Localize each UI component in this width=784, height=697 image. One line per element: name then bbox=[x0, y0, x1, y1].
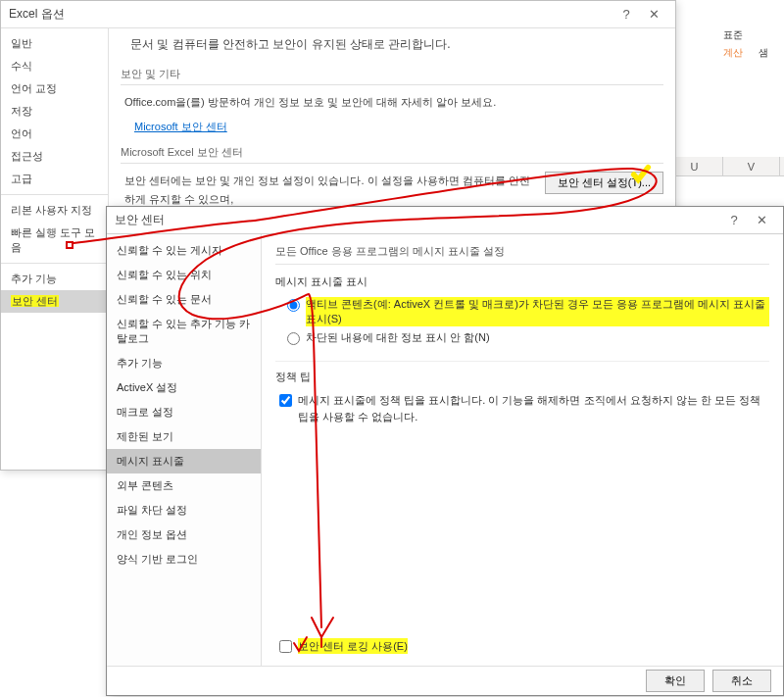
trust-nav: 신뢰할 수 있는 게시자 신뢰할 수 있는 위치 신뢰할 수 있는 문서 신뢰할… bbox=[107, 234, 262, 666]
nav-general[interactable]: 일반 bbox=[1, 32, 108, 55]
tnav-message-bar[interactable]: 메시지 표시줄 bbox=[107, 449, 261, 473]
radio-hide-msgbar-input[interactable] bbox=[287, 332, 300, 345]
trust-desc-1: 보안 센터에는 보안 및 개인 정보 설정이 있습니다. 이 설정을 사용하면 … bbox=[124, 174, 530, 205]
nav-accessibility[interactable]: 접근성 bbox=[1, 145, 108, 168]
options-nav: 일반 수식 언어 교정 저장 언어 접근성 고급 리본 사용자 지정 빠른 실행… bbox=[1, 28, 109, 470]
radio-show-msgbar[interactable]: 액티브 콘텐츠(예: ActiveX 컨트롤 및 매크로)가 차단된 경우 모든… bbox=[275, 295, 769, 328]
radio-hide-msgbar-label: 차단된 내용에 대한 정보 표시 안 함(N) bbox=[306, 330, 490, 345]
trust-help-button[interactable]: ? bbox=[720, 213, 748, 227]
tnav-macro[interactable]: 매크로 설정 bbox=[107, 400, 261, 424]
style-calc: 계산 bbox=[717, 45, 749, 61]
close-button[interactable]: ✕ bbox=[640, 7, 667, 22]
tnav-publishers[interactable]: 신뢰할 수 있는 게시자 bbox=[107, 238, 261, 263]
pane-header: 모든 Office 응용 프로그램의 메시지 표시줄 설정 bbox=[275, 244, 769, 265]
options-title: Excel 옵션 bbox=[9, 6, 612, 23]
sub-header-msgbar: 메시지 표시줄 표시 bbox=[275, 274, 769, 289]
excel-grid: U V bbox=[666, 157, 784, 176]
link-ms-trust[interactable]: Microsoft 보안 센터 bbox=[134, 121, 227, 132]
trust-footer: 확인 취소 bbox=[107, 666, 783, 695]
shield-text: 문서 및 컴퓨터를 안전하고 보안이 유지된 상태로 관리합니다. bbox=[130, 36, 451, 53]
excel-col-headers: U V bbox=[666, 157, 784, 176]
check-policy-tip[interactable]: 메시지 표시줄에 정책 팁을 표시합니다. 이 기능을 해제하면 조직에서 요청… bbox=[275, 390, 769, 426]
radio-hide-msgbar[interactable]: 차단된 내용에 대한 정보 표시 안 함(N) bbox=[275, 328, 769, 347]
nav-qat[interactable]: 빠른 실행 도구 모음 bbox=[1, 222, 108, 259]
tnav-fileblock[interactable]: 파일 차단 설정 bbox=[107, 498, 261, 523]
trust-close-button[interactable]: ✕ bbox=[748, 213, 775, 227]
help-button[interactable]: ? bbox=[612, 7, 640, 22]
radio-show-msgbar-label: 액티브 콘텐츠(예: ActiveX 컨트롤 및 매크로)가 차단된 경우 모든… bbox=[306, 297, 769, 326]
tnav-formlogin[interactable]: 양식 기반 로그인 bbox=[107, 547, 261, 572]
check-logging-label: 보안 센터 로깅 사용(E) bbox=[298, 638, 408, 655]
ok-button[interactable]: 확인 bbox=[646, 670, 705, 692]
trust-pane: 모든 Office 응용 프로그램의 메시지 표시줄 설정 메시지 표시줄 표시… bbox=[262, 234, 783, 666]
radio-show-msgbar-input[interactable] bbox=[287, 299, 300, 312]
tnav-external[interactable]: 외부 콘텐츠 bbox=[107, 473, 261, 498]
excel-styles: 표준 계산 샘 bbox=[717, 27, 774, 63]
section-security-body: Office.com을(를) 방문하여 개인 정보 보호 및 보안에 대해 자세… bbox=[124, 93, 663, 112]
section-security: 보안 및 기타 bbox=[121, 67, 663, 85]
nav-addins[interactable]: 추가 기능 bbox=[1, 268, 108, 290]
trust-center-dialog: 보안 센터 ? ✕ 신뢰할 수 있는 게시자 신뢰할 수 있는 위치 신뢰할 수… bbox=[106, 206, 784, 696]
cancel-button[interactable]: 취소 bbox=[712, 670, 771, 692]
section-excel-trust: Microsoft Excel 보안 센터 bbox=[121, 145, 663, 164]
tnav-docs[interactable]: 신뢰할 수 있는 문서 bbox=[107, 287, 261, 312]
nav-formulas[interactable]: 수식 bbox=[1, 55, 108, 77]
nav-save[interactable]: 저장 bbox=[1, 100, 108, 123]
style-standard: 표준 bbox=[717, 27, 749, 43]
tnav-locations[interactable]: 신뢰할 수 있는 위치 bbox=[107, 263, 261, 287]
tnav-addins[interactable]: 추가 기능 bbox=[107, 351, 261, 375]
tnav-activex[interactable]: ActiveX 설정 bbox=[107, 375, 261, 400]
options-titlebar: Excel 옵션 ? ✕ bbox=[1, 1, 675, 28]
trust-title: 보안 센터 bbox=[115, 212, 720, 228]
check-logging[interactable]: 보안 센터 로깅 사용(E) bbox=[275, 636, 408, 657]
check-logging-input[interactable] bbox=[279, 640, 292, 653]
nav-language[interactable]: 언어 bbox=[1, 123, 108, 145]
nav-ribbon[interactable]: 리본 사용자 지정 bbox=[1, 199, 108, 222]
tnav-privacy[interactable]: 개인 정보 옵션 bbox=[107, 523, 261, 547]
tnav-protected[interactable]: 제한된 보기 bbox=[107, 424, 261, 449]
trust-titlebar: 보안 센터 ? ✕ bbox=[107, 207, 783, 234]
tnav-catalogs[interactable]: 신뢰할 수 있는 추가 기능 카탈로그 bbox=[107, 312, 261, 351]
nav-advanced[interactable]: 고급 bbox=[1, 168, 108, 190]
check-policy-tip-label: 메시지 표시줄에 정책 팁을 표시합니다. 이 기능을 해제하면 조직에서 요청… bbox=[298, 392, 769, 424]
trust-center-settings-button[interactable]: 보안 센터 설정(T)... bbox=[545, 172, 663, 194]
nav-trust-center[interactable]: 보안 센터 bbox=[1, 290, 108, 313]
style-sample: 샘 bbox=[753, 45, 774, 61]
nav-proofing[interactable]: 언어 교정 bbox=[1, 77, 108, 100]
col-header-v[interactable]: V bbox=[723, 157, 780, 175]
sub-header-policy: 정책 팁 bbox=[275, 361, 769, 384]
check-policy-tip-input[interactable] bbox=[279, 394, 292, 407]
